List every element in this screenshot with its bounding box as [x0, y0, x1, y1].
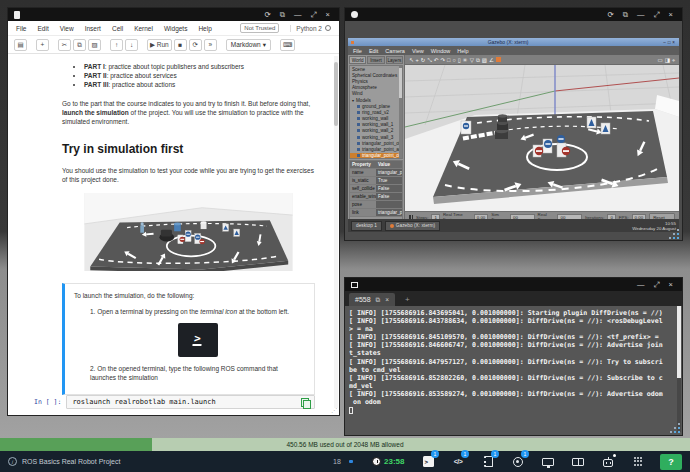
menu-insert[interactable]: Insert — [85, 25, 101, 32]
command-palette-button[interactable]: ⌨ — [280, 39, 295, 51]
active-tool-indicator[interactable] — [496, 57, 501, 62]
app-close-icon[interactable]: × — [671, 40, 676, 45]
cut-cell-button[interactable]: ✂ — [58, 39, 71, 51]
property-row[interactable]: linktriangular_p.. — [350, 209, 402, 217]
sphere-tool-icon[interactable]: ○ — [452, 55, 455, 65]
docs-button[interactable] — [570, 454, 586, 470]
gz-menu-help[interactable]: Help — [457, 48, 468, 54]
popout-tab-icon[interactable]: ⧉ — [376, 296, 381, 304]
menu-cell[interactable]: Cell — [112, 25, 123, 32]
notebook-content[interactable]: PART I: practice about topic publishers … — [8, 54, 339, 415]
gazebo-app-titlebar[interactable]: Gazebo (X: xterm) – □ × — [348, 38, 679, 46]
popout-icon[interactable]: ⧉ — [277, 8, 288, 21]
close-icon[interactable]: × — [323, 8, 333, 21]
refresh-icon[interactable]: ⟳ — [261, 8, 273, 21]
gz-menu-camera[interactable]: Camera — [385, 48, 405, 54]
close-icon[interactable]: × — [666, 278, 676, 291]
gazebo-task-button[interactable]: Gazebo (X: xterm) — [385, 221, 440, 231]
undo-icon[interactable]: ↶ — [434, 55, 439, 65]
restart-run-all-button[interactable]: » — [204, 39, 217, 51]
code-cell[interactable]: In [ ]: roslaunch realrobotlab main.laun… — [34, 395, 315, 409]
move-up-button[interactable]: ↑ — [110, 39, 123, 51]
split-view-icon[interactable]: ◨ — [665, 55, 670, 65]
paste-cell-button[interactable]: ▨ — [88, 39, 101, 51]
redo-icon[interactable]: ↷ — [440, 55, 445, 65]
property-row[interactable]: nametriangular_p.. — [350, 169, 402, 177]
gz-menu-file[interactable]: File — [353, 48, 362, 54]
resize-handle[interactable] — [670, 423, 680, 433]
terminal-titlebar[interactable]: — ⤢ × — [345, 278, 682, 291]
trust-status[interactable]: Not Trusted — [240, 23, 279, 33]
gz-menu-window[interactable]: Window — [431, 48, 451, 54]
help-button[interactable]: ? — [660, 454, 682, 470]
translate-tool-icon[interactable]: + — [416, 55, 419, 65]
spot-light-icon[interactable]: ▽ — [470, 55, 474, 65]
point-light-icon[interactable]: ☀ — [463, 55, 468, 65]
screenshot-icon[interactable]: ▭ — [657, 55, 662, 65]
gz-menu-view[interactable]: View — [412, 48, 424, 54]
robot-button[interactable] — [600, 454, 616, 470]
move-down-button[interactable]: ↓ — [125, 39, 138, 51]
box-tool-icon[interactable]: □ — [447, 55, 450, 65]
minimize-icon[interactable]: — — [634, 278, 648, 291]
copy-code-icon[interactable] — [301, 398, 310, 407]
menu-edit[interactable]: Edit — [37, 25, 48, 32]
scrollbar-thumb[interactable] — [677, 306, 681, 378]
resize-dots[interactable]: ⋰ — [331, 406, 337, 413]
copy-icon[interactable]: ⧉ — [476, 55, 480, 65]
minimize-icon[interactable]: — — [634, 8, 648, 21]
paste-icon[interactable]: ▨ — [482, 55, 487, 65]
property-row[interactable]: pose — [350, 201, 402, 209]
copy-cell-button[interactable]: ⧉ — [73, 39, 86, 51]
scrollbar-thumb[interactable] — [399, 68, 402, 98]
resize-icon[interactable]: ⤢ — [308, 8, 320, 21]
scale-tool-icon[interactable]: ⤡ — [427, 55, 431, 65]
popout-icon[interactable]: ⧉ — [620, 8, 631, 21]
gazebo-titlebar[interactable]: ⟳ ⧉ — ⤢ × — [345, 8, 682, 21]
tree-item-selected[interactable]: triangular_point_obstacle_0 — [350, 153, 402, 159]
terminal-scrollbar[interactable] — [677, 306, 681, 432]
terminal-output[interactable]: [ INFO] [1755686916.843695041, 0.0010000… — [345, 306, 682, 435]
minimize-icon[interactable]: — — [291, 8, 305, 21]
restart-kernel-button[interactable]: ⟳ — [189, 39, 202, 51]
terminal-tab[interactable]: #558 ⧉ × — [349, 293, 395, 306]
cell-type-dropdown[interactable]: Markdown ▾ — [226, 39, 271, 51]
menu-widgets[interactable]: Widgets — [164, 25, 187, 32]
notebook-tool-button[interactable]: 1 — [480, 454, 496, 470]
notebook-titlebar[interactable]: ⟳ ⧉ — ⤢ × — [8, 8, 339, 21]
tab-world[interactable]: World — [349, 56, 366, 64]
property-row[interactable]: is_staticTrue — [350, 177, 402, 185]
menu-help[interactable]: Help — [198, 25, 211, 32]
tree-scrollbar[interactable] — [399, 66, 402, 158]
notebook-scrollbar[interactable] — [334, 56, 338, 408]
camera-target-icon[interactable]: ⌖ — [672, 55, 675, 65]
rotate-tool-icon[interactable]: ↻ — [421, 55, 426, 65]
code-editor-button[interactable]: </​> 1 — [450, 454, 466, 470]
code-input[interactable]: roslaunch realrobotlab main.launch — [66, 395, 315, 409]
property-row[interactable]: self_collideFalse — [350, 185, 402, 193]
resize-handle[interactable] — [669, 229, 679, 239]
gz-menu-edit[interactable]: Edit — [369, 48, 378, 54]
gazebo-tool-button[interactable]: 1 — [510, 454, 526, 470]
close-icon[interactable]: × — [666, 8, 676, 21]
cylinder-tool-icon[interactable]: ▯ — [458, 55, 461, 65]
info-icon[interactable]: i — [8, 457, 17, 466]
refresh-icon[interactable]: ⟳ — [604, 8, 616, 21]
remote-desktop[interactable]: Gazebo (X: xterm) – □ × File Edit Camera… — [345, 21, 682, 240]
resize-icon[interactable]: ⤢ — [651, 8, 663, 21]
menu-kernel[interactable]: Kernel — [134, 25, 153, 32]
menu-file[interactable]: File — [16, 25, 26, 32]
new-tab-button[interactable]: + — [405, 295, 410, 304]
tab-insert[interactable]: Insert — [367, 56, 384, 64]
tree-item[interactable]: Spherical Coordinates — [350, 72, 402, 78]
resize-icon[interactable]: ⤢ — [651, 278, 663, 291]
stop-button[interactable]: ■ — [174, 39, 187, 51]
expand-caret-icon[interactable]: ▾ — [352, 98, 354, 103]
scrollbar-thumb[interactable] — [334, 62, 338, 126]
run-button[interactable]: ▶ Run — [147, 39, 172, 51]
save-button[interactable]: ▤ — [14, 39, 27, 51]
terminal-tool-button[interactable]: > 1 — [420, 454, 436, 470]
world-tree[interactable]: Scene Spherical Coordinates Physics Atmo… — [349, 65, 403, 159]
property-row[interactable]: enable_windFalse — [350, 193, 402, 201]
desktop-switcher-button[interactable]: desktop 1 — [351, 221, 382, 231]
